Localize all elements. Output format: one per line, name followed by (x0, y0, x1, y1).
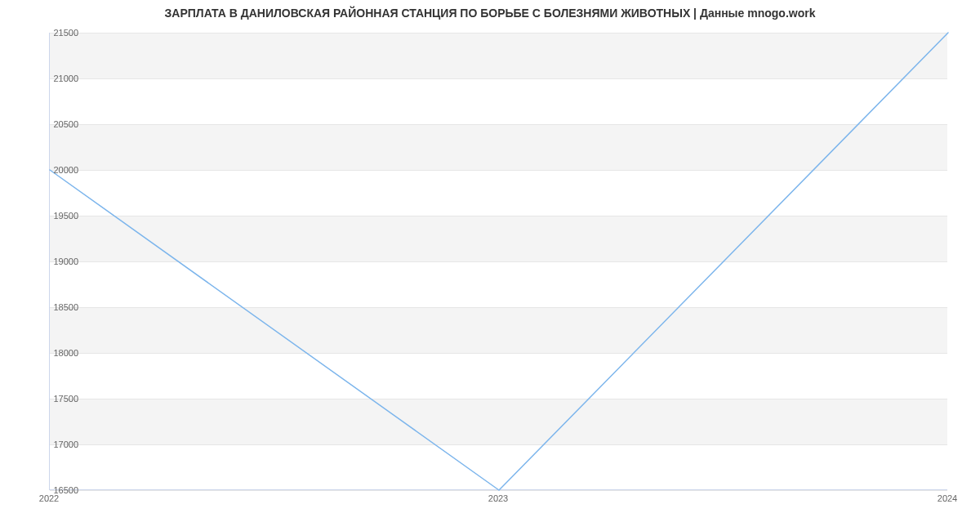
y-tick-label: 17500 (42, 394, 78, 404)
line-series (50, 33, 948, 490)
series-path (50, 33, 948, 490)
x-tick-label: 2024 (938, 493, 957, 503)
chart-container: ЗАРПЛАТА В ДАНИЛОВСКАЯ РАЙОННАЯ СТАНЦИЯ … (0, 0, 980, 531)
y-tick-label: 20500 (42, 119, 78, 129)
x-tick-label: 2022 (39, 493, 59, 503)
y-tick-label: 21500 (42, 28, 78, 38)
plot-area (49, 33, 947, 490)
y-tick-label: 19500 (42, 211, 78, 221)
y-tick-label: 18000 (42, 348, 78, 358)
y-tick-label: 19000 (42, 257, 78, 266)
y-tick-label: 18500 (42, 302, 78, 312)
chart-title: ЗАРПЛАТА В ДАНИЛОВСКАЯ РАЙОННАЯ СТАНЦИЯ … (0, 7, 980, 20)
y-tick-label: 20000 (42, 165, 78, 175)
x-tick-label: 2023 (488, 493, 508, 503)
y-tick-label: 21000 (42, 74, 78, 83)
y-tick-label: 17000 (42, 440, 78, 449)
